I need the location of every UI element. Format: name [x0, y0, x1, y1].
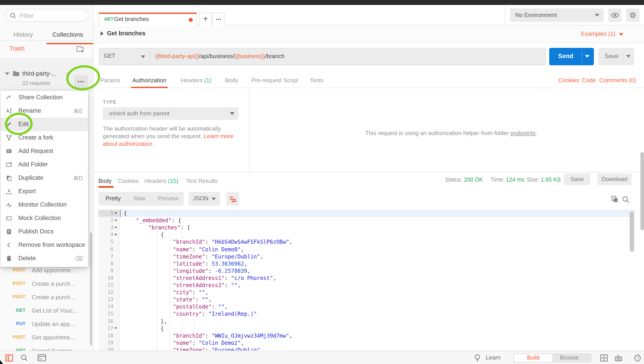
chevron-down-icon	[211, 198, 216, 200]
auth-type-label: TYPE	[103, 99, 116, 104]
sidebar-scrollbar[interactable]	[90, 232, 92, 345]
context-menu-item[interactable]: Remove from workspace	[0, 238, 88, 252]
context-menu-item[interactable]: Mock Collection	[0, 212, 88, 225]
fold-caret-icon[interactable]	[114, 234, 117, 236]
view-preview[interactable]: Preview	[158, 195, 179, 202]
view-mode-segmented-control[interactable]: Pretty Raw Preview	[98, 192, 184, 206]
browse-toggle[interactable]: Browse	[560, 354, 578, 362]
format-select[interactable]: JSON	[188, 192, 220, 206]
context-menu-item[interactable]: Delete ⌫	[0, 252, 88, 265]
new-tab-button[interactable]: +	[199, 12, 212, 26]
trash-link[interactable]: Trash	[10, 45, 24, 52]
request-tab[interactable]: Tests	[310, 77, 324, 84]
request-tab[interactable]: Body	[225, 77, 238, 84]
context-menu-item[interactable]: Export	[0, 185, 88, 198]
view-pretty[interactable]: Pretty	[106, 195, 121, 202]
console-icon[interactable]	[38, 354, 46, 361]
fold-caret-icon[interactable]	[114, 226, 117, 228]
sidebar-request-item[interactable]: GET Cancel Booking	[0, 344, 94, 350]
fold-caret-icon[interactable]	[114, 327, 117, 329]
request-tab[interactable]: Authorization	[132, 77, 166, 84]
save-options-caret-icon[interactable]	[626, 55, 630, 58]
examples-dropdown[interactable]: Examples (1)	[581, 30, 616, 37]
tab-history[interactable]: History	[14, 31, 33, 38]
environment-selector[interactable]: No Environment	[510, 8, 604, 22]
chevron-down-icon	[230, 112, 234, 115]
new-collection-icon[interactable]	[75, 44, 85, 54]
code-line-15: 15"country": "Ireland(Rep.)"	[98, 310, 634, 318]
two-pane-layout-icon[interactable]	[600, 354, 608, 362]
code-line-4: 4{	[98, 232, 634, 238]
request-name: Get appointme...	[32, 334, 75, 341]
request-header-link[interactable]: Comments (0)	[599, 77, 636, 84]
auth-helper-note: This request is using an authorization h…	[272, 130, 630, 136]
filter-input[interactable]: Filter	[5, 9, 88, 22]
request-header-link[interactable]: Code	[582, 77, 596, 84]
url-input[interactable]: {{third-party-api}}/api/business/{{busin…	[151, 48, 546, 65]
sidebar-request-item[interactable]: POST Create a purch...	[0, 277, 94, 291]
help-icon[interactable]: ?	[634, 354, 641, 362]
send-options-caret-icon[interactable]	[585, 55, 590, 58]
share-icon	[6, 94, 12, 100]
build-browse-toggle[interactable]: Build Browse	[514, 353, 592, 362]
context-menu-item[interactable]: Share Collection	[0, 91, 88, 104]
sidebar-request-item[interactable]: GET Get List of Vouc...	[0, 304, 94, 318]
collection-expand-caret-icon[interactable]	[5, 72, 10, 75]
request-tab[interactable]: Pre-request Script	[251, 77, 298, 84]
response-tab[interactable]: Headers (15)	[144, 178, 178, 184]
search-response-icon[interactable]	[622, 196, 630, 203]
code-line-9: 9"longitude": -6.2578839,	[98, 268, 634, 274]
context-menu-item[interactable]: Duplicate ⌘D	[0, 171, 88, 185]
request-header-link[interactable]: Cookies	[558, 77, 579, 84]
open-request-tab[interactable]: GET Get branches	[99, 12, 197, 26]
tab-method-badge: GET	[104, 16, 113, 22]
collection-name[interactable]: third-party-...	[22, 70, 56, 77]
build-toggle-active[interactable]: Build	[514, 354, 552, 362]
request-tab[interactable]: Params	[100, 77, 120, 84]
wrap-text-button[interactable]	[226, 192, 239, 206]
fold-caret-icon[interactable]	[114, 219, 117, 221]
tab-options-button[interactable]: •••	[212, 12, 225, 26]
endpoints-link[interactable]: endpoints	[510, 130, 536, 136]
context-menu-item[interactable]: Publish Docs	[0, 225, 88, 238]
chevron-down-icon	[141, 56, 145, 58]
copy-response-icon[interactable]	[611, 195, 618, 203]
sidebar-request-item[interactable]: POST Get appointme...	[0, 331, 94, 344]
collapse-caret-icon[interactable]	[100, 31, 103, 36]
response-status-item: Time: 124 ms	[490, 177, 524, 183]
cursor-artifact	[0, 360, 3, 364]
response-tab[interactable]: Cookies	[118, 178, 139, 184]
add-request-icon	[6, 148, 12, 154]
response-tab[interactable]: Body	[98, 178, 112, 184]
learn-link[interactable]: Learn	[486, 354, 501, 361]
remove-icon	[6, 242, 12, 248]
export-icon	[6, 188, 12, 194]
auth-type-select[interactable]: Inherit auth from parent	[103, 107, 238, 120]
context-menu-item[interactable]: Monitor Collection	[0, 198, 88, 212]
environment-quick-look-button[interactable]	[608, 8, 622, 22]
context-menu-item[interactable]: Add Folder	[0, 158, 88, 171]
method-select[interactable]: GET	[99, 48, 151, 65]
sidebar-toggle-icon[interactable]	[5, 354, 13, 362]
context-menu-item[interactable]: Add Request	[0, 144, 88, 158]
mock-icon	[6, 215, 12, 221]
sidebar-request-item[interactable]: PUT Update an app...	[0, 318, 94, 331]
find-icon[interactable]	[20, 354, 28, 362]
request-tab[interactable]: Headers (1)	[181, 77, 211, 84]
response-download-button[interactable]: Download	[598, 174, 632, 185]
response-scrollbar[interactable]	[630, 212, 634, 252]
save-button[interactable]: Save	[598, 48, 634, 65]
response-save-button[interactable]: Save	[564, 174, 590, 185]
settings-button[interactable]: ⚙	[626, 8, 640, 22]
tab-collections[interactable]: Collections	[52, 31, 83, 38]
code-line-17: 17{	[98, 325, 634, 332]
request-section-tabs: Params Authorization Headers (1) Body Pr…	[94, 72, 644, 88]
view-raw[interactable]: Raw	[134, 195, 145, 202]
response-tab[interactable]: Test Results	[186, 178, 218, 184]
sidebar-request-item[interactable]: POST Create a purch...	[0, 291, 94, 304]
fold-caret-icon[interactable]	[114, 212, 117, 214]
send-button[interactable]: Send	[549, 48, 594, 65]
main-scrollbar[interactable]	[640, 152, 644, 230]
keyboard-shortcuts-icon[interactable]	[614, 354, 622, 362]
response-body-editor[interactable]: 1{2"_embedded": {3"branches": [4{5"branc…	[94, 210, 644, 350]
